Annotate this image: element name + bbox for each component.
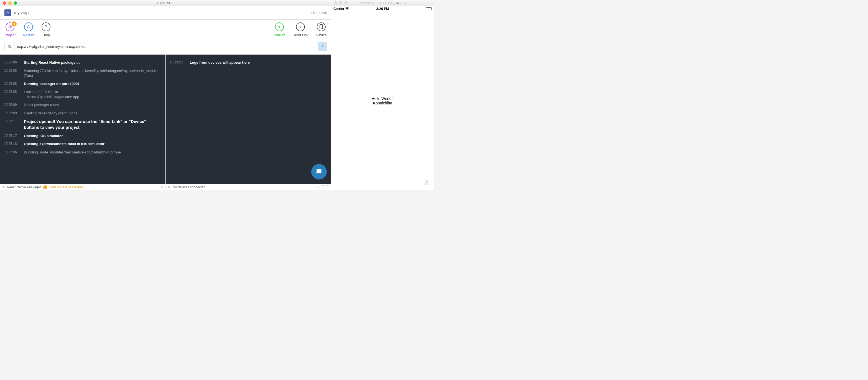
log-message: Project opened! You can now use the "Sen…	[24, 119, 162, 130]
log-row: 15:25:17Opening iOS simulator	[4, 133, 162, 138]
log-timestamp: 15:25:09	[4, 111, 24, 116]
sim-status-bar: Carrier 3:26 PM	[331, 6, 434, 12]
log-timestamp: 15:25:36	[4, 150, 24, 155]
status-right-text: No devices connected	[173, 185, 205, 189]
battery-icon	[426, 7, 432, 10]
log-timestamp: 15:25:06	[4, 60, 24, 65]
sim-app-content: Hello World!! Konnichiha	[331, 12, 434, 190]
expo-logo-icon	[4, 9, 11, 16]
log-row: 15:25:08Looking for JS files in /Users/R…	[4, 90, 162, 99]
restart-label: Restart	[23, 33, 34, 37]
url-settings-icon[interactable]	[5, 42, 15, 51]
status-issues[interactable]: Your project has issues.	[49, 185, 85, 189]
sim-window-titlebar: iPhone 6 – iOS 10.2 (14C89)	[331, 0, 434, 6]
help-label: Help	[42, 33, 50, 37]
expo-watermark-icon: Λ	[422, 178, 432, 188]
log-row: 15:25:08Scanning 773 folders for symlink…	[4, 68, 162, 78]
log-row: 15:25:09React packager ready.	[4, 102, 162, 107]
publish-label: Publish	[274, 33, 285, 37]
status-left-text: React Native Packager	[7, 185, 41, 189]
log-message: Opening iOS simulator	[24, 133, 162, 138]
log-row: 15:25:11Project opened! You can now use …	[4, 119, 162, 130]
url-bar[interactable]: exp://v7-ptg.shagamii.my-app.exp.direct	[4, 42, 327, 51]
log-row: 15:13:25Logs from devices will appear he…	[170, 60, 328, 65]
app-text-2: Konnichiha	[373, 101, 392, 105]
send-link-button[interactable]: Send Link	[292, 23, 308, 37]
url-text[interactable]: exp://v7-ptg.shagamii.my-app.exp.direct	[15, 44, 318, 49]
restart-button[interactable]: Restart	[23, 23, 34, 37]
main-window-titlebar: Expo XDE	[0, 0, 331, 6]
svg-point-1	[321, 28, 321, 29]
log-message: Running packager on port 19001	[24, 82, 162, 87]
device-label: Device	[316, 33, 327, 37]
window-title: Expo XDE	[0, 1, 331, 5]
log-message: React packager ready.	[24, 102, 162, 107]
project-badge: 1	[12, 21, 17, 26]
app-text-1: Hello World!!	[372, 96, 394, 101]
log-timestamp: 15:25:08	[4, 68, 24, 78]
sim-window-title: iPhone 6 – iOS 10.2 (14C89)	[331, 1, 434, 5]
open-url-icon[interactable]	[318, 42, 327, 51]
layout-toggle[interactable]	[322, 186, 329, 189]
project-button[interactable]: 1 Project	[4, 23, 16, 37]
log-message: Bundling `node_modules/react-native-scri…	[24, 150, 162, 155]
sort-icon[interactable]: ⇅	[2, 185, 5, 189]
app-name: my-app	[14, 10, 29, 15]
log-timestamp: 15:25:18	[4, 141, 24, 147]
log-row: 15:25:36Bundling `node_modules/react-nat…	[4, 150, 162, 155]
log-timestamp: 15:25:11	[4, 119, 24, 130]
header: my-app shagamii	[0, 6, 331, 20]
sort-icon[interactable]: ⇅	[168, 185, 170, 189]
toolbar: 1 Project Restart ? Help Publish Send Li…	[0, 20, 331, 39]
packager-log-console[interactable]: 15:25:06Starting React Native packager..…	[0, 55, 166, 184]
log-row: 15:25:18Opening exp://localhost:19000 in…	[4, 141, 162, 147]
log-message: Opening exp://localhost:19000 in iOS sim…	[24, 141, 162, 147]
send-link-label: Send Link	[292, 33, 308, 37]
close-pane-icon[interactable]: ×	[161, 185, 163, 189]
log-message: Scanning 773 folders for symlinks in /Us…	[24, 68, 162, 78]
log-row: 15:25:06Starting React Native packager..…	[4, 60, 162, 65]
log-timestamp: 15:25:09	[4, 102, 24, 107]
log-row: 15:25:08Running packager on port 19001	[4, 82, 162, 87]
issue-badge-icon: !	[43, 185, 47, 189]
device-log-console[interactable]: 15:13:25Logs from devices will appear he…	[166, 55, 332, 184]
help-button[interactable]: ? Help	[41, 23, 51, 37]
log-row: 15:25:09Loading dependency graph, done.	[4, 111, 162, 116]
log-timestamp: 15:25:17	[4, 133, 24, 138]
sim-time: 3:26 PM	[331, 7, 434, 11]
publish-button[interactable]: Publish	[274, 23, 285, 37]
log-message: Starting React Native packager...	[24, 60, 162, 65]
close-pane-icon[interactable]: ×	[317, 185, 319, 189]
log-message: Looking for JS files in /Users/RyuichiSa…	[24, 90, 162, 99]
log-message: Logs from devices will appear here	[190, 60, 328, 65]
project-label: Project	[4, 33, 16, 37]
log-timestamp: 15:25:08	[4, 90, 24, 99]
status-bar: ⇅ React Native Packager ! Your project h…	[0, 184, 331, 190]
log-timestamp: 15:25:08	[4, 82, 24, 87]
device-button[interactable]: Device	[316, 23, 327, 37]
log-message: Loading dependency graph, done.	[24, 111, 162, 116]
chat-icon[interactable]	[311, 164, 327, 180]
username[interactable]: shagamii	[311, 10, 327, 15]
log-timestamp: 15:13:25	[170, 60, 190, 65]
